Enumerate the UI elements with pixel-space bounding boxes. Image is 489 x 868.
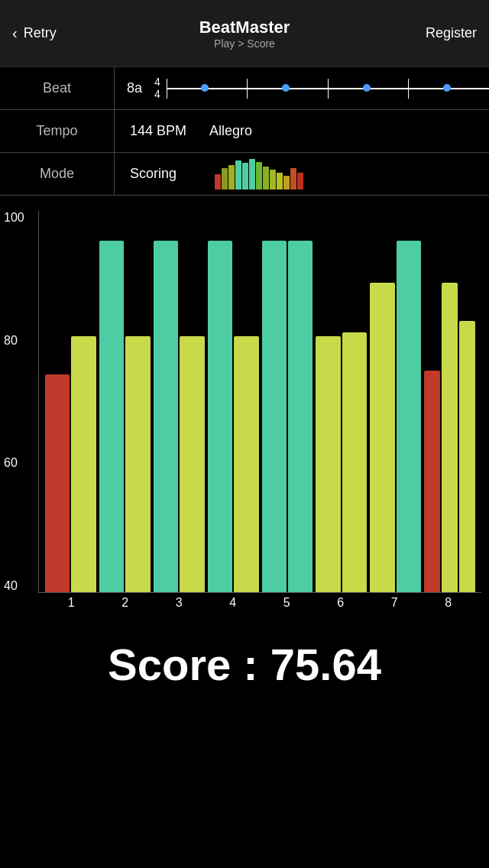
chart-bar [45, 374, 70, 592]
mini-bar [256, 162, 262, 189]
chart-bar [316, 336, 340, 592]
bar-group [316, 332, 367, 592]
time-sig-bottom: 4 [154, 89, 160, 100]
mini-bar [270, 170, 276, 189]
header: ‹ Retry BeatMaster Play > Score Register [0, 0, 489, 67]
register-button[interactable]: Register [400, 25, 477, 41]
tempo-label: Tempo [0, 110, 115, 152]
tempo-row: Tempo 144 BPM Allegro [0, 110, 489, 153]
y-axis-label: 80 [4, 334, 24, 348]
chart-bar [397, 241, 421, 592]
tempo-value: 144 BPM [130, 123, 186, 139]
chart-bar [459, 321, 475, 592]
x-axis-label: 4 [206, 596, 261, 616]
beat-label: Beat [0, 67, 115, 109]
back-arrow-icon: ‹ [12, 24, 18, 42]
beat-value: 8a [127, 80, 142, 96]
chart-bar [208, 241, 232, 592]
mode-value-container: Scoring [115, 159, 489, 189]
bar-group [262, 241, 313, 592]
bar-group [424, 283, 475, 592]
chart-bar [370, 283, 394, 592]
mini-bar [215, 174, 221, 189]
mini-bar [249, 159, 255, 189]
chart-bar [234, 336, 258, 592]
x-axis-label: 3 [152, 596, 206, 616]
x-axis-label: 5 [260, 596, 314, 616]
tempo-value-container: 144 BPM Allegro [115, 123, 489, 139]
chart-bar [71, 336, 96, 592]
x-axis-label: 2 [99, 596, 153, 616]
chart-bar [424, 371, 440, 592]
time-signature: 4 4 [154, 76, 160, 100]
beat-pattern: 4 4 [154, 73, 489, 104]
mini-bar [235, 160, 241, 189]
bar-group [208, 241, 259, 592]
bar-group [99, 241, 151, 592]
chart-container: 100806040 12345678 [38, 211, 481, 616]
breadcrumb: Play > Score [89, 37, 400, 50]
mini-bar [242, 163, 248, 189]
chart-bar [180, 336, 204, 592]
x-axis-label: 6 [314, 596, 368, 616]
mode-label: Mode [0, 153, 115, 195]
mini-bar [297, 173, 303, 189]
mode-row: Mode Scoring [0, 153, 489, 196]
x-axis-label: 7 [368, 596, 422, 616]
beat-dots [167, 88, 489, 89]
chart-bar [442, 283, 458, 592]
bar-group [370, 241, 421, 592]
header-center: BeatMaster Play > Score [89, 18, 400, 50]
x-axis-label: 1 [44, 596, 99, 616]
x-axis: 12345678 [38, 593, 481, 616]
chart-bar [154, 241, 178, 592]
time-sig-top: 4 [154, 76, 160, 88]
chart-area: 100806040 12345678 [0, 196, 489, 623]
mini-bar [283, 176, 290, 189]
chart-bar [288, 241, 313, 592]
tempo-sub: Allegro [209, 123, 252, 139]
mini-bar [277, 173, 283, 189]
chart-inner [38, 211, 481, 593]
score-section: Score : 75.64 [0, 623, 489, 705]
mini-bar [228, 165, 235, 189]
score-display: Score : 75.64 [0, 639, 489, 690]
mini-bar [263, 167, 269, 189]
y-axis-label: 40 [4, 579, 24, 593]
beat-row: Beat 8a 4 4 [0, 67, 489, 110]
chart-bar [342, 332, 367, 592]
beat-value-container: 8a 4 4 [115, 73, 489, 104]
x-axis-label: 8 [422, 596, 476, 616]
chart-bar [262, 241, 287, 592]
chart-bar [99, 241, 124, 592]
y-axis-label: 100 [4, 211, 24, 225]
mode-value: Scoring [130, 166, 176, 182]
retry-label: Retry [24, 25, 57, 41]
mini-bar [222, 168, 228, 189]
bar-group [154, 241, 205, 592]
app-title: BeatMaster [89, 18, 400, 37]
back-button[interactable]: ‹ Retry [12, 24, 89, 42]
mini-chart [199, 159, 303, 189]
y-axis-label: 60 [4, 456, 24, 470]
bar-group [45, 336, 96, 592]
register-label: Register [426, 25, 477, 40]
beat-line [167, 73, 489, 104]
chart-bar [125, 336, 150, 592]
mini-bar [290, 168, 296, 189]
bars-container [39, 211, 481, 592]
y-axis: 100806040 [4, 211, 24, 593]
info-table: Beat 8a 4 4 [0, 67, 489, 196]
